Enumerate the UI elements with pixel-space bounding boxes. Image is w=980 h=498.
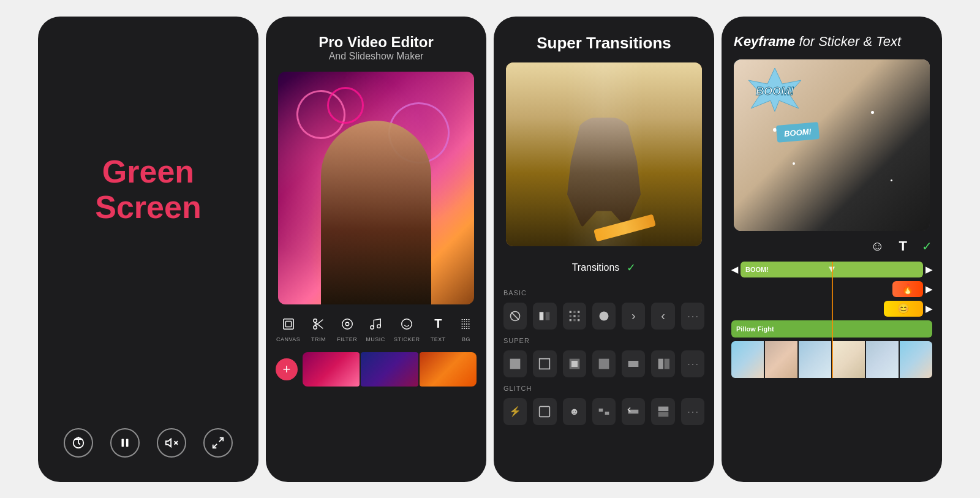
tool-music[interactable]: MUSIC — [366, 314, 385, 342]
trim-icon — [309, 314, 328, 334]
trans-btn-fade[interactable] — [533, 303, 556, 330]
timeline-strip — [303, 352, 477, 387]
trans-glitch-more[interactable]: ⋯ — [681, 398, 704, 425]
kf-arrow-left-boom[interactable]: ◀ — [731, 265, 738, 274]
trans-btn-prev[interactable]: ‹ — [651, 303, 674, 330]
trans-glitch-2[interactable] — [533, 398, 556, 425]
basic-transition-row: › ‹ ⋯ — [503, 303, 704, 330]
kf-arrow-right-emoji[interactable]: ▶ — [925, 304, 932, 314]
svg-line-7 — [213, 443, 217, 447]
svg-rect-31 — [573, 311, 575, 312]
svg-rect-32 — [578, 311, 579, 312]
svg-rect-49 — [599, 409, 603, 412]
timeline-clip-2 — [361, 352, 418, 387]
screen-green-screen: Green Screen — [38, 17, 258, 482]
kf-thumb-4 — [832, 341, 865, 378]
trans-glitch-4[interactable] — [592, 398, 616, 425]
keyframe-bold: Keyframe — [734, 34, 795, 49]
trans-super-more[interactable]: ⋯ — [681, 350, 704, 377]
kf-emoji-tool[interactable]: ☺ — [870, 238, 884, 254]
kf-arrow-right-fire[interactable]: ▶ — [925, 284, 932, 294]
tool-trim[interactable]: TRIM — [309, 314, 328, 342]
screen2-toolbar: CANVAS TRIM FILTER MUSIC STICKER — [266, 304, 486, 347]
svg-line-6 — [219, 437, 223, 441]
svg-rect-47 — [664, 358, 669, 369]
trans-super-5[interactable] — [622, 350, 645, 377]
tool-sticker[interactable]: STICKER — [394, 314, 420, 342]
tool-bg[interactable]: BG — [456, 314, 476, 342]
trans-super-6[interactable] — [651, 350, 674, 377]
screen2-timeline: + — [266, 347, 486, 391]
screen3-header: Super Transitions — [524, 17, 684, 62]
section-basic-label: BASIC — [503, 289, 704, 296]
kf-thumb-6 — [900, 341, 932, 378]
music-icon — [366, 314, 385, 334]
svg-point-10 — [314, 319, 317, 322]
green-screen-title: Green Screen — [56, 154, 240, 224]
trans-btn-more1[interactable]: ⋯ — [681, 303, 704, 330]
svg-point-11 — [314, 325, 317, 329]
screen-super-transitions: Super Transitions Transitions ✓ BASIC › … — [494, 17, 714, 482]
svg-rect-50 — [605, 412, 609, 415]
transitions-check-icon: ✓ — [627, 261, 636, 274]
kf-thumb-3 — [799, 341, 831, 378]
trans-super-1[interactable] — [503, 350, 527, 377]
screen2-preview-image — [278, 72, 474, 304]
tool-text[interactable]: T TEXT — [428, 314, 448, 342]
screen4-preview-image: BOOM! BOOM! — [734, 59, 930, 231]
trans-glitch-6[interactable] — [651, 398, 674, 425]
svg-rect-41 — [540, 358, 550, 369]
svg-rect-28 — [540, 312, 544, 320]
trans-glitch-3[interactable]: ☻ — [563, 398, 586, 425]
kf-time-cursor — [832, 262, 833, 378]
trans-btn-circle[interactable] — [592, 303, 616, 330]
trans-super-4[interactable] — [592, 350, 616, 377]
trans-glitch-1[interactable]: ⚡ — [503, 398, 527, 425]
svg-rect-44 — [599, 358, 609, 369]
expand-button[interactable] — [203, 428, 233, 458]
kf-arrow-right-boom[interactable]: ▶ — [925, 265, 932, 274]
timeline-clip-3 — [420, 352, 477, 387]
svg-rect-33 — [569, 315, 571, 317]
kf-text-tool[interactable]: T — [899, 238, 907, 254]
tool-canvas[interactable]: CANVAS — [276, 314, 300, 342]
svg-rect-37 — [573, 319, 575, 321]
kf-pillowfight-label: Pillow Fight — [736, 325, 774, 333]
svg-line-13 — [315, 322, 323, 328]
screen4-header: Keyframe for Sticker & Text — [722, 17, 942, 59]
svg-rect-34 — [573, 315, 575, 317]
transitions-panel-label: Transitions — [572, 262, 620, 273]
trans-btn-none[interactable] — [503, 303, 527, 330]
mute-button[interactable] — [157, 428, 186, 458]
svg-rect-9 — [285, 321, 291, 326]
kf-boom-label: BOOM! — [745, 266, 769, 273]
boom-sticker-2: BOOM! — [776, 122, 820, 143]
kf-thumb-1 — [731, 341, 764, 378]
add-clip-button[interactable]: + — [276, 358, 298, 380]
bg-label: BG — [462, 336, 470, 342]
kf-check-tool[interactable]: ✓ — [922, 239, 932, 254]
boom-sticker-2-text: BOOM! — [783, 127, 812, 138]
svg-rect-30 — [569, 311, 571, 312]
tool-filter[interactable]: FILTER — [337, 314, 357, 342]
girl-silhouette — [321, 121, 431, 304]
filter-label: FILTER — [337, 336, 357, 342]
trans-glitch-5[interactable] — [622, 398, 645, 425]
kf-bar-emoji: 😊 — [884, 301, 923, 317]
svg-rect-46 — [658, 358, 663, 369]
trans-btn-grid[interactable] — [563, 303, 586, 330]
trans-super-3[interactable] — [563, 350, 586, 377]
timeline-clip-1 — [303, 352, 360, 387]
keyframe-normal: for Sticker & Text — [795, 34, 901, 49]
svg-marker-3 — [166, 439, 171, 447]
kf-thumb-5 — [866, 341, 899, 378]
svg-point-39 — [599, 311, 608, 320]
filter-icon — [337, 314, 357, 334]
canvas-label: CANVAS — [276, 336, 300, 342]
timer-button[interactable] — [64, 428, 93, 458]
trans-super-2[interactable] — [533, 350, 556, 377]
skater-figure — [567, 118, 641, 228]
pause-button[interactable] — [110, 428, 140, 458]
trans-btn-next[interactable]: › — [622, 303, 645, 330]
canvas-icon — [279, 314, 298, 334]
